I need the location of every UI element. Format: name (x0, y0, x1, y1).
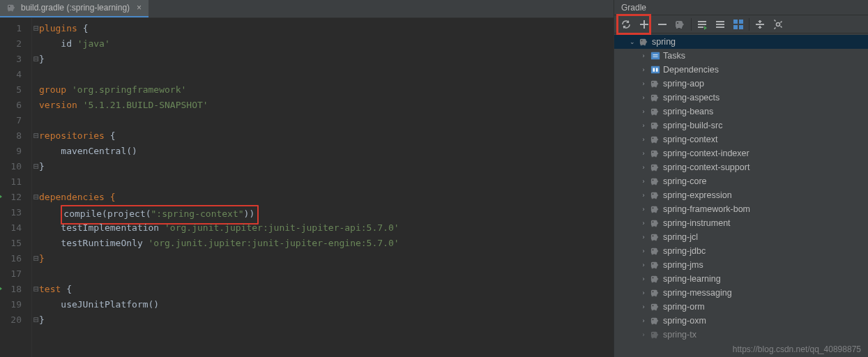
tree-item-spring-build-src[interactable]: ›spring-build-src (614, 119, 868, 132)
tree-item-dependencies[interactable]: ›Dependencies (614, 63, 868, 77)
fold-icon[interactable]: ⊟ (33, 128, 39, 144)
fold-icon[interactable]: ⊟ (33, 159, 39, 174)
add-button[interactable] (635, 16, 653, 33)
gutter-line: 20 (0, 312, 22, 328)
code-line[interactable]: testImplementation 'org.junit.jupiter:ju… (39, 220, 614, 236)
code-line[interactable]: compile(project(":spring-context")) (39, 205, 614, 220)
code-line[interactable] (39, 113, 614, 128)
tree-item-spring-instrument[interactable]: ›spring-instrument (614, 216, 868, 230)
gutter-line: 14 (0, 220, 22, 236)
tree-item-spring-context-indexer[interactable]: ›spring-context-indexer (614, 146, 868, 160)
tree-item-spring-jcl[interactable]: ›spring-jcl (614, 230, 868, 244)
expand-arrow-icon[interactable]: › (639, 303, 648, 310)
collapse-button[interactable] (751, 16, 769, 33)
tasks-icon (650, 51, 660, 61)
fold-icon[interactable]: ⊟ (33, 52, 39, 67)
code-line[interactable]: ⊟} (39, 159, 614, 174)
fold-icon[interactable]: ⊟ (33, 312, 39, 328)
gutter-line: 5 (0, 82, 22, 98)
tree-item-spring-aspects[interactable]: ›spring-aspects (614, 91, 868, 105)
code-line[interactable]: mavenCentral() (39, 144, 614, 159)
tree-item-label: spring-context-support (663, 162, 749, 172)
expand-arrow-icon[interactable]: › (639, 66, 648, 73)
code-line[interactable]: id 'java' (39, 36, 614, 52)
tree-item-spring-jms[interactable]: ›spring-jms (614, 258, 868, 272)
fold-icon[interactable]: ⊟ (33, 251, 39, 266)
tree-item-spring-expression[interactable]: ›spring-expression (614, 188, 868, 202)
code-line[interactable] (39, 67, 614, 82)
code-line[interactable]: ⊟} (39, 251, 614, 266)
tree-item-spring-messaging[interactable]: ›spring-messaging (614, 286, 868, 300)
code-line[interactable]: version '5.1.21.BUILD-SNAPSHOT' (39, 98, 614, 113)
code-line[interactable] (39, 174, 614, 190)
tree-item-spring-beans[interactable]: ›spring-beans (614, 105, 868, 119)
close-icon[interactable]: × (137, 3, 142, 12)
expand-arrow-icon[interactable]: › (639, 317, 648, 324)
expand-arrow-icon[interactable]: › (639, 94, 648, 101)
toolbar-separator (749, 18, 749, 31)
tree-item-spring-learning[interactable]: ›spring-learning (614, 272, 868, 286)
gutter-line: 8 (0, 128, 22, 144)
expand-arrow-icon[interactable]: ⌄ (628, 38, 637, 45)
refresh-button[interactable] (617, 16, 635, 33)
expand-arrow-icon[interactable]: › (639, 150, 648, 157)
tree-item-spring-context-support[interactable]: ›spring-context-support (614, 160, 868, 174)
expand-arrow-icon[interactable]: › (639, 206, 648, 213)
code-line[interactable]: ⊟test { (39, 282, 614, 297)
code-line[interactable]: ⊟repositories { (39, 128, 614, 144)
tree-item-spring-tx[interactable]: ›spring-tx (614, 328, 868, 342)
gutter-line: 3 (0, 52, 22, 67)
tree-item-spring-orm[interactable]: ›spring-orm (614, 300, 868, 314)
toggle-icon (715, 19, 726, 30)
fold-icon[interactable]: ⊟ (33, 282, 39, 297)
expand-arrow-icon[interactable]: › (639, 220, 648, 227)
tree-item-spring-context[interactable]: ›spring-context (614, 132, 868, 146)
code-line[interactable]: ⊟plugins { (39, 21, 614, 36)
code-line[interactable]: useJUnitPlatform() (39, 297, 614, 312)
fold-icon[interactable]: ⊟ (33, 190, 39, 205)
expand-arrow-icon[interactable]: › (639, 80, 648, 87)
gutter-line: 11 (0, 174, 22, 190)
expand-arrow-icon[interactable]: › (639, 331, 648, 338)
code-line[interactable]: ⊟} (39, 312, 614, 328)
tree-item-label: spring-messaging (663, 288, 732, 298)
tree-item-spring-oxm[interactable]: ›spring-oxm (614, 314, 868, 328)
expand-arrow-icon[interactable]: › (639, 248, 648, 255)
gradle-toolbar (614, 15, 868, 33)
expand-arrow-icon[interactable]: › (639, 178, 648, 185)
expand-arrow-icon[interactable]: › (639, 122, 648, 129)
execute-button[interactable] (693, 16, 711, 33)
expand-arrow-icon[interactable]: › (639, 108, 648, 115)
settings-button[interactable] (769, 16, 787, 33)
code-line[interactable]: group 'org.springframework' (39, 82, 614, 98)
code-line[interactable]: ⊟} (39, 52, 614, 67)
expand-arrow-icon[interactable]: › (639, 275, 648, 282)
editor-code-area[interactable]: ⊟plugins { id 'java'⊟} group 'org.spring… (32, 18, 614, 357)
tree-item-spring-jdbc[interactable]: ›spring-jdbc (614, 244, 868, 258)
remove-button[interactable] (653, 16, 671, 33)
tree-item-spring-core[interactable]: ›spring-core (614, 174, 868, 188)
tree-item-spring-aop[interactable]: ›spring-aop (614, 77, 868, 91)
tree-item-spring[interactable]: ⌄spring (614, 35, 868, 49)
code-line[interactable] (39, 266, 614, 282)
code-line[interactable]: testRuntimeOnly 'org.junit.jupiter:junit… (39, 236, 614, 251)
expand-arrow-icon[interactable]: › (639, 289, 648, 296)
tree-item-label: spring-instrument (663, 218, 731, 228)
tree-item-label: spring-context-indexer (663, 149, 749, 158)
gradle-project-tree[interactable]: ⌄spring›Tasks›Dependencies›spring-aop›sp… (614, 33, 868, 357)
fold-icon[interactable]: ⊟ (33, 21, 39, 36)
editor-tab-active[interactable]: build.gradle (:spring-learning) × (0, 0, 149, 17)
expand-arrow-icon[interactable]: › (639, 52, 648, 59)
grid-button[interactable] (729, 16, 747, 33)
tree-item-spring-framework-bom[interactable]: ›spring-framework-bom (614, 202, 868, 216)
expand-arrow-icon[interactable]: › (639, 192, 648, 199)
code-line[interactable]: ⊟dependencies { (39, 190, 614, 205)
gradle-file-icon (7, 3, 17, 13)
elephant-button[interactable] (671, 16, 690, 33)
tree-item-tasks[interactable]: ›Tasks (614, 49, 868, 63)
expand-arrow-icon[interactable]: › (639, 261, 648, 268)
expand-arrow-icon[interactable]: › (639, 164, 648, 171)
expand-arrow-icon[interactable]: › (639, 136, 648, 143)
expand-arrow-icon[interactable]: › (639, 234, 648, 241)
toggle-button[interactable] (711, 16, 729, 33)
